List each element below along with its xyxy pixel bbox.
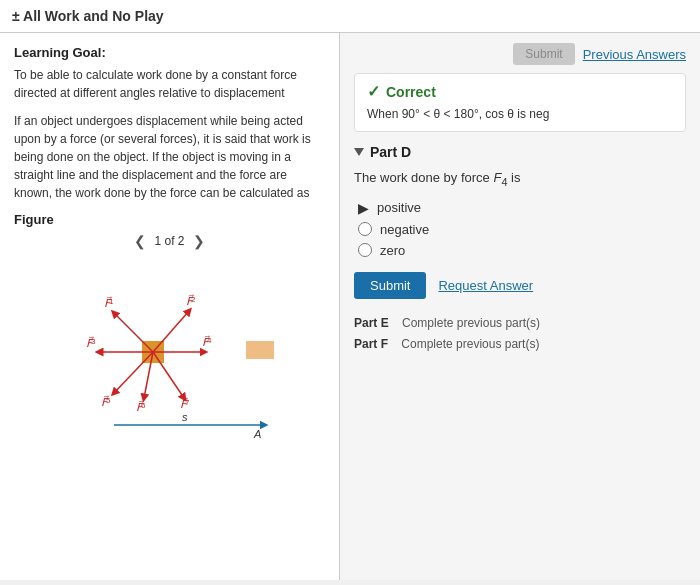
part-f-label: Part F — [354, 337, 388, 351]
main-content: Learning Goal: To be able to calculate w… — [0, 33, 700, 580]
correct-header: ✓ Correct — [367, 82, 673, 101]
previous-answers-link[interactable]: Previous Answers — [583, 47, 686, 62]
figure-diagram: F⃗ 1 F⃗ 2 F⃗ 3 F⃗ 4 F⃗ 5 F⃗ 6 F⃗ 7 — [14, 253, 314, 453]
figure-nav-text: 1 of 2 — [154, 234, 184, 248]
svg-text:5: 5 — [106, 396, 111, 405]
figure-prev-arrow[interactable]: ❮ — [134, 233, 146, 249]
radio-option-negative[interactable]: negative — [358, 222, 686, 237]
svg-line-1 — [114, 313, 153, 352]
svg-text:1: 1 — [109, 297, 114, 306]
figure-section: Figure ❮ 1 of 2 ❯ — [14, 212, 325, 453]
radio-label-zero: zero — [380, 243, 405, 258]
svg-text:6: 6 — [141, 401, 146, 410]
learning-goal-paragraph1: To be able to calculate work done by a c… — [14, 66, 325, 102]
radio-option-positive[interactable]: ▶ positive — [358, 200, 686, 216]
svg-line-7 — [153, 352, 184, 398]
page-wrapper: ± All Work and No Play Learning Goal: To… — [0, 0, 700, 585]
svg-text:3: 3 — [91, 337, 96, 346]
cursor-icon: ▶ — [358, 200, 369, 216]
correct-label: Correct — [386, 84, 436, 100]
figure-next-arrow[interactable]: ❯ — [193, 233, 205, 249]
radio-label-positive: positive — [377, 200, 421, 215]
radio-options: ▶ positive negative zero — [354, 200, 686, 258]
svg-line-5 — [114, 352, 153, 393]
correct-detail: When 90° < θ < 180°, cos θ is neg — [367, 105, 673, 123]
radio-input-negative[interactable] — [358, 222, 372, 236]
checkmark-icon: ✓ — [367, 82, 380, 101]
submit-button[interactable]: Submit — [354, 272, 426, 299]
top-bar: ± All Work and No Play — [0, 0, 700, 33]
part-e-text: Complete previous part(s) — [402, 316, 540, 330]
page-title: ± All Work and No Play — [12, 8, 164, 24]
left-panel: Learning Goal: To be able to calculate w… — [0, 33, 340, 580]
part-e-section: Part E Complete previous part(s) Part F … — [354, 313, 686, 356]
part-f-row: Part F Complete previous part(s) — [354, 334, 686, 356]
action-bar: Submit Request Answer — [354, 272, 686, 299]
svg-rect-22 — [246, 341, 274, 359]
part-d-label: Part D — [370, 144, 411, 160]
radio-input-zero[interactable] — [358, 243, 372, 257]
part-e-label: Part E — [354, 316, 389, 330]
force-diagram-svg: F⃗ 1 F⃗ 2 F⃗ 3 F⃗ 4 F⃗ 5 F⃗ 6 F⃗ 7 — [14, 253, 314, 443]
learning-goal-paragraph2: If an object undergoes displacement whil… — [14, 112, 325, 202]
part-d-section: Part D The work done by force F4 is ▶ po… — [354, 144, 686, 299]
radio-option-zero[interactable]: zero — [358, 243, 686, 258]
svg-text:A: A — [253, 428, 261, 440]
part-d-question: The work done by force F4 is — [354, 168, 686, 190]
figure-nav: ❮ 1 of 2 ❯ — [14, 233, 325, 249]
part-d-header: Part D — [354, 144, 686, 160]
correct-block: ✓ Correct When 90° < θ < 180°, cos θ is … — [354, 73, 686, 132]
svg-text:s: s — [182, 411, 188, 423]
request-answer-link[interactable]: Request Answer — [438, 278, 533, 293]
right-panel: Submit Previous Answers ✓ Correct When 9… — [340, 33, 700, 580]
submit-ghost-button: Submit — [513, 43, 574, 65]
radio-label-negative: negative — [380, 222, 429, 237]
learning-goal-title: Learning Goal: — [14, 45, 325, 60]
triangle-down-icon — [354, 148, 364, 156]
part-f-text: Complete previous part(s) — [401, 337, 539, 351]
previous-answers-bar: Submit Previous Answers — [354, 43, 686, 65]
svg-line-2 — [153, 311, 189, 352]
svg-text:4: 4 — [207, 336, 212, 345]
part-e-row: Part E Complete previous part(s) — [354, 313, 686, 335]
svg-text:7: 7 — [185, 398, 190, 407]
svg-text:2: 2 — [191, 295, 196, 304]
figure-label: Figure — [14, 212, 325, 227]
